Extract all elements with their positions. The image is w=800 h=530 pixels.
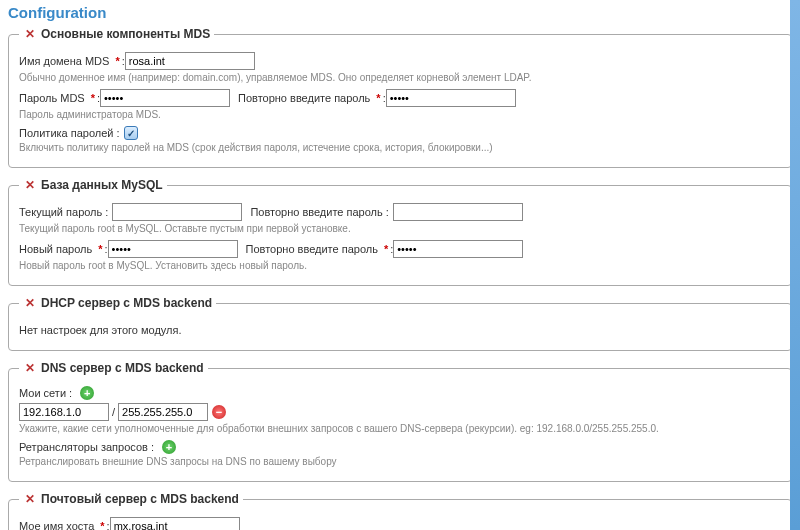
- section-dns-title: DNS сервер с MDS backend: [41, 361, 204, 375]
- section-mds-title: Основные компоненты MDS: [41, 27, 210, 41]
- scrollbar[interactable]: [790, 0, 800, 530]
- slash: /: [112, 406, 115, 418]
- mds-repass-input[interactable]: [386, 89, 516, 107]
- section-dns-legend: ✕ DNS сервер с MDS backend: [19, 361, 208, 375]
- close-icon[interactable]: ✕: [23, 492, 37, 506]
- mysql-new-re-label: Повторно введите пароль: [246, 243, 378, 255]
- required-mark: *: [376, 92, 380, 104]
- remove-network-icon[interactable]: −: [212, 405, 226, 419]
- add-network-icon[interactable]: +: [80, 386, 94, 400]
- section-mds-legend: ✕ Основные компоненты MDS: [19, 27, 214, 41]
- required-mark: *: [384, 243, 388, 255]
- mysql-new-input[interactable]: [108, 240, 238, 258]
- dns-net-label: Мои сети :: [19, 387, 72, 399]
- required-mark: *: [91, 92, 95, 104]
- mds-policy-desc: Включить политику паролей на MDS (срок д…: [19, 142, 781, 153]
- section-dhcp-title: DHCP сервер с MDS backend: [41, 296, 212, 310]
- mds-pass-label: Пароль MDS: [19, 92, 85, 104]
- mysql-cur-desc: Текущий пароль root в MySQL. Оставьте пу…: [19, 223, 781, 234]
- section-dns: ✕ DNS сервер с MDS backend Мои сети : + …: [8, 361, 792, 482]
- section-mail-title: Почтовый сервер с MDS backend: [41, 492, 239, 506]
- mds-policy-checkbox[interactable]: ✓: [124, 126, 138, 140]
- mysql-new-desc: Новый пароль root в MySQL. Установить зд…: [19, 260, 781, 271]
- dhcp-empty-text: Нет настроек для этого модуля.: [19, 324, 182, 336]
- dns-fwd-desc: Ретранслировать внешние DNS запросы на D…: [19, 456, 781, 467]
- mail-host-input[interactable]: [110, 517, 240, 530]
- page-title: Configuration: [8, 4, 792, 21]
- mds-domain-input[interactable]: [125, 52, 255, 70]
- close-icon[interactable]: ✕: [23, 178, 37, 192]
- required-mark: *: [98, 243, 102, 255]
- required-mark: *: [115, 55, 119, 67]
- mds-repass-label: Повторно введите пароль: [238, 92, 370, 104]
- section-mail-legend: ✕ Почтовый сервер с MDS backend: [19, 492, 243, 506]
- mysql-new-label: Новый пароль: [19, 243, 92, 255]
- section-mysql: ✕ База данных MySQL Текущий пароль : Пов…: [8, 178, 792, 286]
- mds-domain-label: Имя домена MDS: [19, 55, 109, 67]
- add-forwarder-icon[interactable]: +: [162, 440, 176, 454]
- section-mysql-title: База данных MySQL: [41, 178, 163, 192]
- mysql-cur-re-label: Повторно введите пароль :: [250, 206, 388, 218]
- section-mail: ✕ Почтовый сервер с MDS backend Мое имя …: [8, 492, 792, 530]
- section-dhcp-legend: ✕ DHCP сервер с MDS backend: [19, 296, 216, 310]
- mysql-new-re-input[interactable]: [393, 240, 523, 258]
- mds-pass-desc: Пароль администратора MDS.: [19, 109, 781, 120]
- section-dhcp: ✕ DHCP сервер с MDS backend Нет настроек…: [8, 296, 792, 351]
- close-icon[interactable]: ✕: [23, 296, 37, 310]
- mds-domain-desc: Обычно доменное имя (например: domain.co…: [19, 72, 781, 83]
- mds-policy-label: Политика паролей :: [19, 127, 120, 139]
- section-mysql-legend: ✕ База данных MySQL: [19, 178, 167, 192]
- mds-pass-input[interactable]: [100, 89, 230, 107]
- mysql-cur-label: Текущий пароль :: [19, 206, 108, 218]
- dns-fwd-label: Ретрансляторы запросов :: [19, 441, 154, 453]
- required-mark: *: [100, 520, 104, 530]
- mysql-cur-input[interactable]: [112, 203, 242, 221]
- close-icon[interactable]: ✕: [23, 361, 37, 375]
- mail-host-label: Мое имя хоста: [19, 520, 94, 530]
- section-mds: ✕ Основные компоненты MDS Имя домена MDS…: [8, 27, 792, 168]
- dns-net-mask-input[interactable]: [118, 403, 208, 421]
- dns-net-desc: Укажите, какие сети уполномоченные для о…: [19, 423, 781, 434]
- close-icon[interactable]: ✕: [23, 27, 37, 41]
- dns-net-ip-input[interactable]: [19, 403, 109, 421]
- mysql-cur-re-input[interactable]: [393, 203, 523, 221]
